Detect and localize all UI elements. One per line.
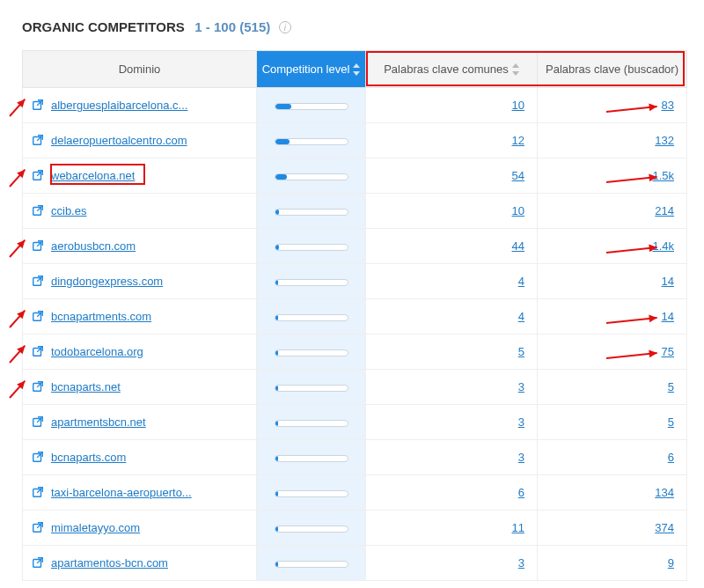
se-keywords-link[interactable]: 1.4k xyxy=(652,239,674,253)
common-keywords-link[interactable]: 4 xyxy=(518,310,524,323)
external-link-icon[interactable] xyxy=(32,345,51,358)
external-link-icon[interactable] xyxy=(32,415,51,429)
se-keywords-link[interactable]: 5 xyxy=(668,415,674,429)
common-keywords-link[interactable]: 3 xyxy=(518,415,524,429)
competitors-table: Dominio Competition level Palabras clave… xyxy=(22,50,687,581)
common-keywords-link[interactable]: 12 xyxy=(512,134,524,147)
se-keywords-link[interactable]: 6 xyxy=(668,451,674,464)
col-se[interactable]: Palabras clave (buscador) xyxy=(538,51,687,88)
external-link-icon[interactable] xyxy=(32,521,51,534)
external-link-icon[interactable] xyxy=(32,169,51,182)
common-keywords-link[interactable]: 10 xyxy=(512,99,524,112)
external-link-icon[interactable] xyxy=(32,486,51,499)
se-keywords-link[interactable]: 83 xyxy=(662,99,674,112)
common-keywords-link[interactable]: 6 xyxy=(518,486,524,499)
competition-bar xyxy=(275,173,348,180)
external-link-icon[interactable] xyxy=(32,451,51,464)
domain-link[interactable]: alberguesplaibarcelona.c... xyxy=(51,99,187,112)
col-domain-label: Dominio xyxy=(119,62,161,76)
external-link-icon[interactable] xyxy=(32,380,51,393)
external-link-icon[interactable] xyxy=(32,310,51,323)
table-row: todobarcelona.org575 xyxy=(23,334,687,370)
se-keywords-link[interactable]: 14 xyxy=(662,275,674,288)
col-common[interactable]: Palabras clave comunes xyxy=(366,51,538,88)
competition-bar xyxy=(275,279,348,286)
table-row: bcnaparts.net35 xyxy=(23,370,687,405)
external-link-icon[interactable] xyxy=(32,556,51,570)
common-keywords-link[interactable]: 44 xyxy=(512,239,524,253)
table-row: alberguesplaibarcelona.c...1083 xyxy=(23,88,687,123)
competition-bar xyxy=(275,349,348,356)
table-container: Dominio Competition level Palabras clave… xyxy=(22,50,704,581)
col-competition-label: Competition level xyxy=(262,62,350,76)
domain-link[interactable]: taxi-barcelona-aeropuerto... xyxy=(51,486,192,499)
competition-bar xyxy=(275,561,348,568)
table-row: webarcelona.net541.5k xyxy=(23,158,687,194)
common-keywords-link[interactable]: 10 xyxy=(512,204,524,217)
table-row: bcnaparts.com36 xyxy=(23,440,687,475)
table-row: taxi-barcelona-aeropuerto...6134 xyxy=(23,475,687,511)
table-row: apartmentsbcn.net35 xyxy=(23,405,687,440)
page-title: ORGANIC COMPETITORS xyxy=(22,19,185,34)
se-keywords-link[interactable]: 75 xyxy=(662,345,674,358)
competition-bar xyxy=(275,385,348,392)
col-common-label: Palabras clave comunes xyxy=(384,62,509,76)
page-range: 1 - 100 (515) xyxy=(194,19,270,34)
external-link-icon[interactable] xyxy=(32,204,51,217)
domain-link[interactable]: delaeropuertoalcentro.com xyxy=(51,134,187,147)
se-keywords-link[interactable]: 5 xyxy=(668,380,674,393)
domain-link[interactable]: bcnaparts.net xyxy=(51,380,121,393)
se-keywords-link[interactable]: 214 xyxy=(655,204,674,217)
competition-bar xyxy=(275,244,348,251)
table-row: aerobusbcn.com441.4k xyxy=(23,229,687,264)
sort-icon xyxy=(353,63,360,76)
domain-link[interactable]: webarcelona.net xyxy=(51,169,135,182)
domain-link[interactable]: todobarcelona.org xyxy=(51,345,143,358)
common-keywords-link[interactable]: 4 xyxy=(518,275,524,288)
domain-link[interactable]: dingdongexpress.com xyxy=(51,275,163,288)
se-keywords-link[interactable]: 9 xyxy=(668,556,674,570)
table-row: bcnapartments.com414 xyxy=(23,299,687,334)
se-keywords-link[interactable]: 374 xyxy=(655,521,674,534)
domain-link[interactable]: apartmentsbcn.net xyxy=(51,415,146,429)
table-row: delaeropuertoalcentro.com12132 xyxy=(23,123,687,158)
competition-bar xyxy=(275,314,348,321)
competition-bar xyxy=(275,138,348,145)
se-keywords-link[interactable]: 134 xyxy=(655,486,674,499)
competition-bar xyxy=(275,455,348,462)
domain-link[interactable]: mimaletayyo.com xyxy=(51,521,140,534)
external-link-icon[interactable] xyxy=(32,134,51,147)
table-row: apartamentos-bcn.com39 xyxy=(23,546,687,581)
common-keywords-link[interactable]: 3 xyxy=(518,556,524,570)
competition-bar xyxy=(275,209,348,216)
competition-bar xyxy=(275,420,348,427)
competition-bar xyxy=(275,526,348,533)
se-keywords-link[interactable]: 132 xyxy=(655,134,674,147)
common-keywords-link[interactable]: 3 xyxy=(518,380,524,393)
page-heading: ORGANIC COMPETITORS 1 - 100 (515) i xyxy=(22,19,704,34)
common-keywords-link[interactable]: 11 xyxy=(512,521,524,534)
external-link-icon[interactable] xyxy=(32,99,51,112)
col-domain[interactable]: Dominio xyxy=(23,51,257,88)
competition-bar xyxy=(275,490,348,497)
col-competition[interactable]: Competition level xyxy=(257,51,366,88)
domain-link[interactable]: apartamentos-bcn.com xyxy=(51,556,168,570)
domain-link[interactable]: bcnapartments.com xyxy=(51,310,151,323)
col-se-label: Palabras clave (buscador) xyxy=(546,62,678,76)
domain-link[interactable]: ccib.es xyxy=(51,204,86,217)
se-keywords-link[interactable]: 1.5k xyxy=(652,169,674,182)
common-keywords-link[interactable]: 5 xyxy=(518,345,524,358)
common-keywords-link[interactable]: 54 xyxy=(512,169,524,182)
table-row: dingdongexpress.com414 xyxy=(23,264,687,299)
domain-link[interactable]: aerobusbcn.com xyxy=(51,239,136,253)
external-link-icon[interactable] xyxy=(32,239,51,253)
table-row: mimaletayyo.com11374 xyxy=(23,511,687,546)
sort-icon xyxy=(512,63,519,76)
competition-bar xyxy=(275,103,348,110)
external-link-icon[interactable] xyxy=(32,275,51,288)
info-icon[interactable]: i xyxy=(279,21,291,33)
common-keywords-link[interactable]: 3 xyxy=(518,451,524,464)
se-keywords-link[interactable]: 14 xyxy=(662,310,674,323)
domain-link[interactable]: bcnaparts.com xyxy=(51,451,126,464)
table-row: ccib.es10214 xyxy=(23,194,687,229)
